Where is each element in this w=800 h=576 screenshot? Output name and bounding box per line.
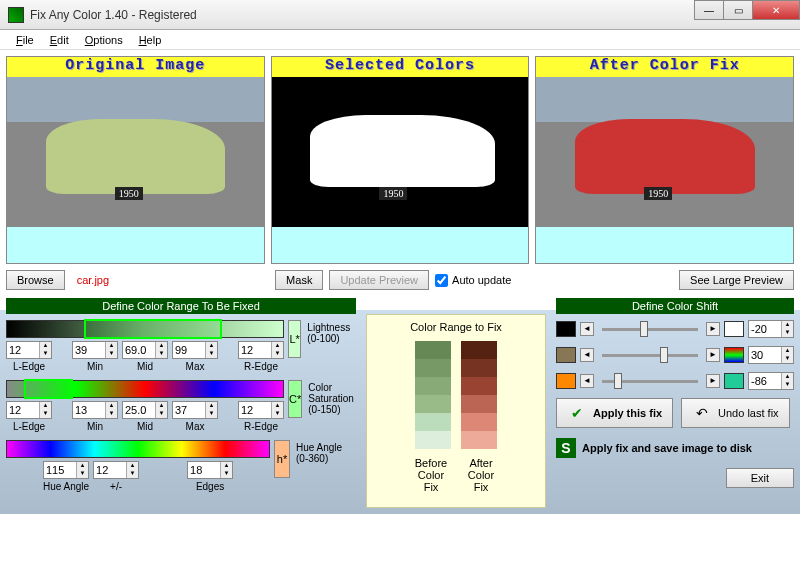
minimize-button[interactable]: — xyxy=(694,0,724,20)
C-ledge[interactable] xyxy=(7,402,39,418)
thumb-strip xyxy=(7,227,264,263)
exit-button[interactable]: Exit xyxy=(726,468,794,488)
filename-label: car.jpg xyxy=(71,274,115,286)
shift-h[interactable] xyxy=(749,373,781,389)
check-icon: ✔ xyxy=(567,403,587,423)
swatch-white xyxy=(724,321,744,337)
swatch-dull xyxy=(556,347,576,363)
app-icon xyxy=(8,7,24,23)
menubar: File Edit Options Help xyxy=(0,30,800,50)
L-redge[interactable] xyxy=(239,342,271,358)
before-swatches xyxy=(415,341,451,449)
L-min[interactable] xyxy=(73,342,105,358)
original-image[interactable] xyxy=(7,77,264,227)
undo-button[interactable]: ↶Undo last fix xyxy=(681,398,790,428)
auto-update-checkbox[interactable]: Auto update xyxy=(435,274,511,287)
apply-button[interactable]: ✔Apply this fix xyxy=(556,398,673,428)
save-icon: S xyxy=(556,438,576,458)
panel-original: Original Image 1950 xyxy=(6,56,265,264)
C-redge[interactable] xyxy=(239,402,271,418)
large-preview-button[interactable]: See Large Preview xyxy=(679,270,794,290)
mask-button[interactable]: Mask xyxy=(275,270,323,290)
hue-gradient[interactable] xyxy=(6,440,270,458)
shift-lightness[interactable]: ◄ ► ▲▼ xyxy=(556,320,794,338)
H-pm[interactable] xyxy=(94,462,126,478)
result-image[interactable] xyxy=(536,77,793,227)
H-edges[interactable] xyxy=(188,462,220,478)
shift-saturation[interactable]: ◄ ► ▲▼ xyxy=(556,346,794,364)
L-mid[interactable] xyxy=(123,342,155,358)
lightness-indicator: L* xyxy=(288,320,301,358)
menu-options[interactable]: Options xyxy=(77,32,131,47)
panel-header: Selected Colors xyxy=(272,57,529,77)
shift-hue[interactable]: ◄ ► ▲▼ xyxy=(556,372,794,390)
shift-header: Define Color Shift xyxy=(556,298,794,314)
panel-header: Original Image xyxy=(7,57,264,77)
saturation-indicator: C* xyxy=(288,380,302,418)
C-mid[interactable] xyxy=(123,402,155,418)
menu-file[interactable]: File xyxy=(8,32,42,47)
swatch-black xyxy=(556,321,576,337)
shift-C[interactable] xyxy=(749,347,781,363)
menu-help[interactable]: Help xyxy=(131,32,170,47)
menu-edit[interactable]: Edit xyxy=(42,32,77,47)
panel-header: After Color Fix xyxy=(536,57,793,77)
arrow-left-icon[interactable]: ◄ xyxy=(580,322,594,336)
C-min[interactable] xyxy=(73,402,105,418)
lightness-gradient[interactable] xyxy=(6,320,284,338)
maximize-button[interactable]: ▭ xyxy=(723,0,753,20)
update-preview-button[interactable]: Update Preview xyxy=(329,270,429,290)
hue-indicator: h* xyxy=(274,440,290,478)
titlebar: Fix Any Color 1.40 - Registered — ▭ ✕ xyxy=(0,0,800,30)
window-title: Fix Any Color 1.40 - Registered xyxy=(30,8,197,22)
swatch-saturated xyxy=(724,347,744,363)
shift-L[interactable] xyxy=(749,321,781,337)
saturation-gradient[interactable] xyxy=(6,380,284,398)
close-button[interactable]: ✕ xyxy=(752,0,800,20)
browse-button[interactable]: Browse xyxy=(6,270,65,290)
save-button[interactable]: SApply fix and save image to disk xyxy=(556,434,762,462)
undo-icon: ↶ xyxy=(692,403,712,423)
L-max[interactable] xyxy=(173,342,205,358)
swatch-orange xyxy=(556,373,576,389)
H-hue[interactable] xyxy=(44,462,76,478)
mask-image[interactable] xyxy=(272,77,529,227)
range-header: Define Color Range To Be Fixed xyxy=(6,298,356,314)
panel-selected: Selected Colors 1950 xyxy=(271,56,530,264)
after-swatches xyxy=(461,341,497,449)
swatch-teal xyxy=(724,373,744,389)
panel-after: After Color Fix 1950 xyxy=(535,56,794,264)
L-ledge[interactable] xyxy=(7,342,39,358)
C-max[interactable] xyxy=(173,402,205,418)
arrow-right-icon[interactable]: ► xyxy=(706,322,720,336)
color-range-box: Color Range to Fix Before Color Fix Afte… xyxy=(366,314,546,508)
